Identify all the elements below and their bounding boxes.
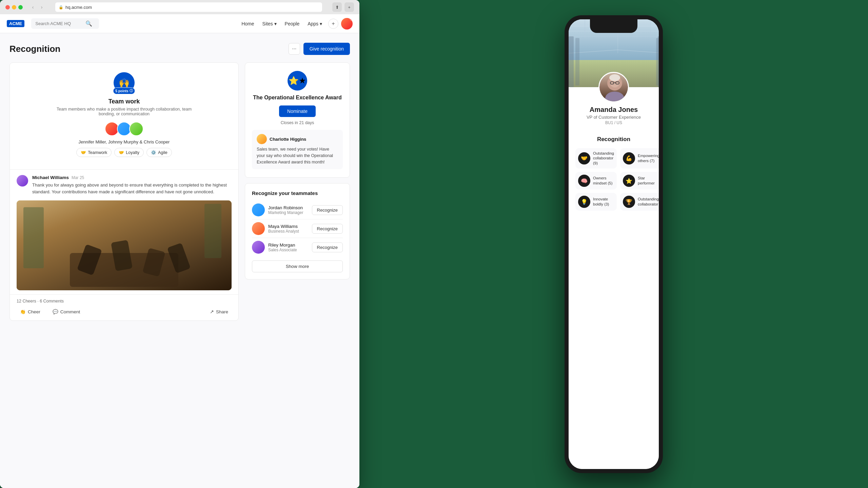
recognition-grid: 🤝 Outstanding collaborator (9) 💪 Empower… — [575, 148, 652, 211]
comment-text: Thank you for always going above and bey… — [32, 182, 232, 195]
badge-section: 🙌 5 points ⓘ Team work Team members who … — [19, 72, 229, 169]
svg-rect-5 — [569, 36, 574, 87]
browser-titlebar: ‹ › 🔒 hq.acme.com ⬆ + — [0, 0, 359, 14]
post-actions: 👏 Cheer 💬 Comment ↗ Share — [17, 307, 232, 316]
give-recognition-button[interactable]: Give recognition — [303, 43, 350, 55]
award-comment-text: Sales team, we need your votes! Have you… — [257, 146, 338, 165]
more-options-button[interactable]: ··· — [289, 43, 300, 55]
add-button[interactable]: + — [328, 19, 338, 29]
page-content: Recognition ··· Give recognition 🙌 — [0, 33, 359, 488]
comments-count: 6 Comments — [40, 299, 64, 304]
comment-content: Michael Williams Mar 25 Thank you for al… — [32, 175, 232, 195]
svg-point-18 — [605, 92, 624, 102]
tag-loyalty[interactable]: 🤝 Loyalty — [114, 148, 144, 157]
lock-icon: 🔒 — [59, 5, 63, 9]
phone-avatar-container — [598, 72, 629, 102]
teammate-role-2: Business Analyst — [268, 229, 309, 234]
phone-avatar-inner — [599, 73, 628, 101]
bookmark-button[interactable]: + — [344, 2, 354, 12]
cheer-button[interactable]: 👏 Cheer — [17, 307, 44, 316]
teammate-info-3: Riley Morgan Sales Associate — [268, 242, 309, 252]
cheers-count: 12 Cheers — [17, 299, 36, 304]
share-button[interactable]: ↗ Share — [206, 307, 232, 316]
comment-date: Mar 25 — [72, 175, 84, 180]
rec-label-5: Innovate boldly (3) — [593, 197, 614, 207]
award-star-icon: ⭐★ — [289, 76, 306, 85]
recognize-button-2[interactable]: Recognize — [312, 224, 343, 234]
show-more-button[interactable]: Show more — [252, 260, 343, 272]
teammates-title: Recognize your teammates — [252, 190, 343, 196]
address-bar[interactable]: 🔒 hq.acme.com — [55, 2, 322, 12]
teammate-role-1: Marketing Manager — [268, 210, 309, 215]
svg-point-23 — [609, 74, 620, 81]
teammates-card: Recognize your teammates Jordan Robinson… — [245, 183, 350, 279]
search-bar[interactable]: 🔍 — [31, 18, 99, 29]
phone-profile-section: Amanda Jones VP of Customer Experience B… — [569, 87, 659, 131]
teammate-avatar-2 — [252, 222, 265, 235]
top-nav: ACME 🔍 Home Sites ▾ People Apps ▾ + — [0, 14, 359, 33]
maximize-button[interactable] — [18, 5, 23, 9]
rec-item-1: 🤝 Outstanding collaborator (9) — [575, 148, 617, 169]
tags-list: 🤝 Teamwork 🤝 Loyalty ⚙️ Agile — [76, 148, 172, 157]
share-icon: ↗ — [210, 309, 214, 314]
tag-agile[interactable]: ⚙️ Agile — [146, 148, 172, 157]
meeting-scene — [17, 200, 232, 290]
post-footer: 12 Cheers · 6 Comments 👏 Cheer — [10, 294, 238, 320]
award-icon: ⭐★ — [288, 71, 307, 91]
recognize-button-3[interactable]: Recognize — [312, 242, 343, 252]
nav-sites[interactable]: Sites ▾ — [259, 19, 280, 28]
teammate-info-1: Jordan Robinson Marketing Manager — [268, 205, 309, 215]
info-icon: ⓘ — [130, 89, 133, 93]
nav-logo[interactable]: ACME — [7, 20, 24, 27]
browser-window: ‹ › 🔒 hq.acme.com ⬆ + ACME 🔍 Home Sites … — [0, 0, 359, 488]
award-comment: Charlotte Higgins Sales team, we need yo… — [252, 130, 343, 169]
share-browser-button[interactable]: ⬆ — [332, 2, 342, 12]
minimize-button[interactable] — [12, 5, 16, 9]
browser-nav: ‹ › — [29, 4, 45, 11]
nav-home[interactable]: Home — [238, 19, 257, 28]
commenter-avatar — [17, 175, 28, 187]
svg-rect-6 — [575, 38, 579, 85]
close-button[interactable] — [5, 5, 10, 9]
back-button[interactable]: ‹ — [29, 4, 36, 11]
app-content: ACME 🔍 Home Sites ▾ People Apps ▾ + — [0, 14, 359, 488]
rec-label-1: Outstanding collaborator (9) — [593, 151, 614, 166]
tag-agile-label: Agile — [158, 150, 167, 155]
user-avatar[interactable] — [341, 18, 353, 30]
cheer-icon: 👏 — [20, 309, 26, 314]
browser-actions: ⬆ + — [332, 2, 354, 12]
nav-links: Home Sites ▾ People Apps ▾ + — [104, 18, 353, 30]
forward-button[interactable]: › — [38, 4, 45, 11]
rec-item-4: ⭐ Star performer — [620, 172, 659, 190]
phone-profile-name: Amanda Jones — [590, 106, 638, 114]
comment-icon: 💬 — [53, 309, 58, 314]
rec-item-6: 🏆 Outstanding collaborator — [620, 193, 659, 211]
url-text: hq.acme.com — [65, 5, 92, 10]
nav-apps[interactable]: Apps ▾ — [304, 19, 326, 28]
comment-label: Comment — [60, 309, 80, 314]
teammate-role-3: Sales Associate — [268, 248, 309, 252]
svg-rect-8 — [656, 38, 659, 85]
tag-teamwork-label: Teamwork — [88, 150, 107, 155]
nominate-button[interactable]: Nominate — [279, 105, 316, 117]
loyalty-icon: 🤝 — [119, 150, 124, 155]
comment-button[interactable]: 💬 Comment — [49, 307, 84, 316]
phone-recognition-title: Recognition — [575, 136, 652, 143]
nav-people[interactable]: People — [281, 19, 303, 28]
page-title: Recognition — [9, 44, 60, 54]
phone-section: Amanda Jones VP of Customer Experience B… — [359, 0, 868, 488]
tag-loyalty-label: Loyalty — [126, 150, 139, 155]
empowering-others-icon: 💪 — [623, 152, 635, 164]
cheer-label: Cheer — [28, 309, 40, 314]
recognize-button-1[interactable]: Recognize — [312, 205, 343, 215]
post-stats: 12 Cheers · 6 Comments — [17, 299, 232, 304]
tag-teamwork[interactable]: 🤝 Teamwork — [76, 148, 112, 157]
award-comment-header: Charlotte Higgins — [257, 134, 338, 144]
search-input[interactable] — [35, 21, 83, 26]
recipients-avatars — [105, 122, 143, 136]
teammate-row-2: Maya Williams Business Analyst Recognize — [252, 219, 343, 238]
rec-label-6: Outstanding collaborator — [638, 197, 659, 207]
phone-profile-title: VP of Customer Experience — [587, 115, 641, 120]
teammate-row-3: Riley Morgan Sales Associate Recognize — [252, 238, 343, 256]
recipients-names: Jennifer Miller, Johnny Murphy & Chris C… — [79, 139, 170, 144]
